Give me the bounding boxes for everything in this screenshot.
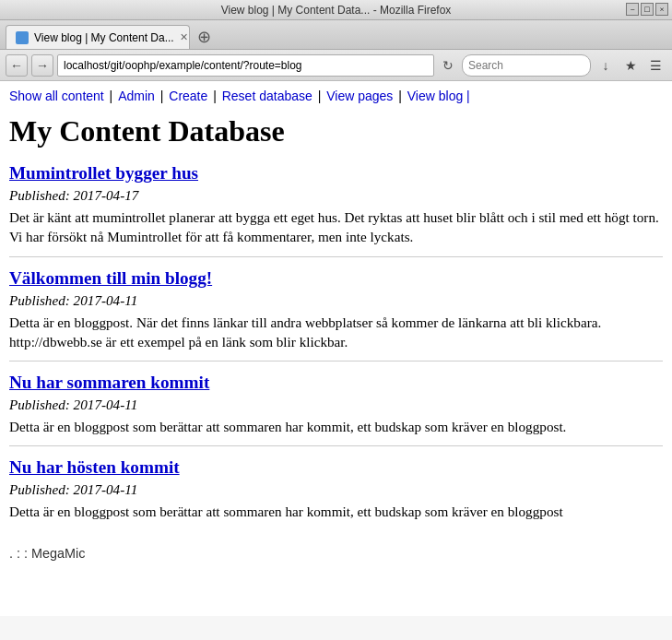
page-footer: . : : MegaMic	[9, 546, 663, 561]
address-bar[interactable]	[57, 54, 434, 77]
download-icon[interactable]: ↓	[595, 54, 617, 77]
browser-titlebar: View blog | My Content Data... - Mozilla…	[0, 0, 672, 20]
post-body: Det är känt att mumintrollet planerar at…	[9, 207, 663, 247]
back-button[interactable]: ←	[6, 54, 28, 77]
nav-link-view-blog[interactable]: View blog	[407, 89, 463, 103]
post-title: Nu har hösten kommit	[9, 457, 663, 478]
post-body: Detta är en bloggpost som berättar att s…	[9, 502, 663, 521]
nav-separator: |	[209, 89, 219, 103]
window-controls[interactable]: − □ ×	[626, 3, 668, 16]
blog-posts: Mumintrollet bygger husPublished: 2017-0…	[9, 163, 663, 531]
post-title-link[interactable]: Nu har hösten kommit	[9, 457, 180, 477]
bookmark-icon[interactable]: ★	[619, 54, 642, 77]
tab-close-button[interactable]: ✕	[180, 31, 188, 43]
search-input[interactable]	[462, 54, 591, 77]
browser-tabs: View blog | My Content Da... ✕ ⊕	[0, 20, 672, 50]
blog-post: Nu har hösten kommitPublished: 2017-04-1…	[9, 457, 663, 530]
minimize-button[interactable]: −	[626, 3, 639, 16]
new-tab-button[interactable]: ⊕	[194, 27, 215, 47]
nav-separator: |	[395, 89, 405, 103]
blog-post: Välkommen till min blogg!Published: 2017…	[9, 268, 663, 362]
refresh-button[interactable]: ↻	[438, 55, 458, 76]
nav-separator: |	[106, 89, 116, 103]
toolbar-icons: ↓ ★ ☰	[595, 54, 666, 77]
nav-separator-end: |	[463, 89, 470, 103]
blog-post: Nu har sommaren kommitPublished: 2017-04…	[9, 373, 663, 446]
nav-link-reset-database[interactable]: Reset database	[222, 89, 312, 103]
window-title: View blog | My Content Data... - Mozilla…	[221, 4, 452, 17]
post-title-link[interactable]: Välkommen till min blogg!	[9, 268, 212, 288]
active-tab[interactable]: View blog | My Content Da... ✕	[6, 25, 190, 49]
post-title: Välkommen till min blogg!	[9, 268, 663, 289]
nav-link-view-pages[interactable]: View pages	[326, 89, 393, 103]
post-body: Detta är en bloggpost. När det finns län…	[9, 313, 663, 352]
nav-link-show-all-content[interactable]: Show all content	[9, 89, 104, 103]
menu-icon[interactable]: ☰	[644, 54, 666, 77]
tab-label: View blog | My Content Da...	[34, 31, 174, 44]
browser-toolbar: ← → ↻ ↓ ★ ☰	[0, 50, 672, 81]
post-published: Published: 2017-04-11	[9, 292, 663, 309]
nav-link-admin[interactable]: Admin	[118, 89, 155, 103]
page-title: My Content Database	[9, 114, 663, 148]
post-published: Published: 2017-04-11	[9, 481, 663, 498]
close-button[interactable]: ×	[655, 3, 668, 16]
nav-separator: |	[157, 89, 167, 103]
tab-favicon	[16, 31, 29, 44]
post-published: Published: 2017-04-11	[9, 397, 663, 413]
forward-button[interactable]: →	[31, 54, 53, 77]
nav-separator: |	[314, 89, 324, 103]
post-published: Published: 2017-04-17	[9, 187, 663, 204]
page-content: Show all content | Admin | Create | Rese…	[0, 81, 672, 616]
post-title-link[interactable]: Nu har sommaren kommit	[9, 373, 209, 392]
nav-links: Show all content | Admin | Create | Rese…	[9, 89, 663, 103]
post-title: Mumintrollet bygger hus	[9, 163, 663, 184]
post-title-link[interactable]: Mumintrollet bygger hus	[9, 163, 198, 183]
nav-link-create[interactable]: Create	[169, 89, 207, 103]
blog-post: Mumintrollet bygger husPublished: 2017-0…	[9, 163, 663, 257]
post-title: Nu har sommaren kommit	[9, 373, 663, 393]
post-body: Detta är en bloggpost som berättar att s…	[9, 417, 663, 436]
maximize-button[interactable]: □	[641, 3, 654, 16]
